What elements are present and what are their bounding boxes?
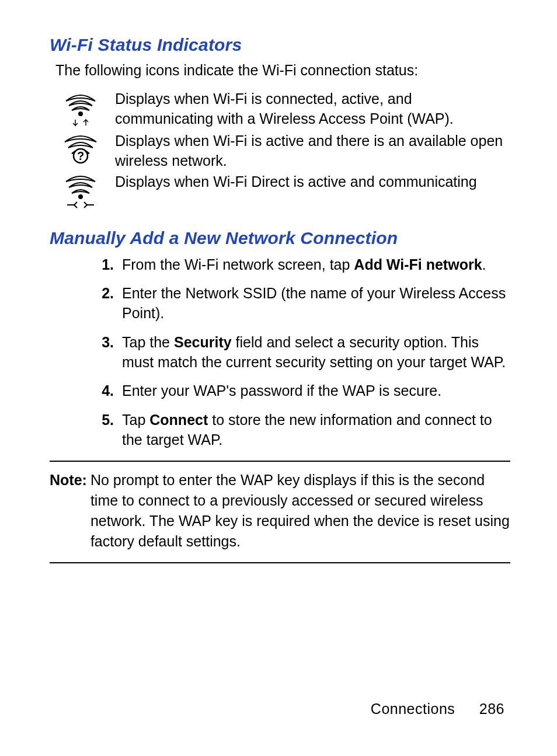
- step-item: 2. Enter the Network SSID (the name of y…: [96, 284, 510, 323]
- note-text: No prompt to enter the WAP key displays …: [90, 470, 510, 552]
- step-item: 5. Tap Connect to store the new informat…: [96, 410, 510, 450]
- step-text: Enter your WAP's password if the WAP is …: [122, 381, 510, 401]
- wifi-open-icon: ?: [54, 131, 107, 169]
- intro-text: The following icons indicate the Wi-Fi c…: [55, 62, 510, 79]
- page-footer: Connections 286: [371, 701, 504, 717]
- step-number: 5.: [96, 410, 114, 430]
- indicator-desc: Displays when Wi-Fi is active and there …: [107, 131, 510, 171]
- indicator-desc: Displays when Wi-Fi Direct is active and…: [107, 172, 477, 192]
- step-text: Tap the Security field and select a secu…: [122, 333, 510, 372]
- indicator-row: ? Displays when Wi-Fi is active and ther…: [54, 131, 510, 171]
- step-item: 4. Enter your WAP's password if the WAP …: [96, 381, 510, 401]
- step-number: 2.: [96, 284, 114, 304]
- footer-page-number: 286: [479, 701, 504, 717]
- step-list: 1. From the Wi-Fi network screen, tap Ad…: [50, 255, 510, 450]
- indicator-row: Displays when Wi-Fi Direct is active and…: [54, 172, 510, 210]
- wifi-active-icon: [54, 89, 107, 130]
- note-block: Note: No prompt to enter the WAP key dis…: [50, 461, 510, 563]
- step-text: From the Wi-Fi network screen, tap Add W…: [122, 255, 510, 275]
- note-label: Note:: [50, 470, 87, 552]
- indicator-row: Displays when Wi-Fi is connected, active…: [54, 89, 510, 130]
- heading-wifi-status: Wi-Fi Status Indicators: [50, 35, 510, 55]
- step-number: 1.: [96, 255, 114, 275]
- step-item: 3. Tap the Security field and select a s…: [96, 333, 510, 372]
- step-text: Tap Connect to store the new information…: [122, 410, 510, 450]
- heading-manual-add: Manually Add a New Network Connection: [50, 228, 510, 248]
- svg-point-3: [79, 195, 82, 198]
- svg-text:?: ?: [77, 149, 84, 162]
- step-number: 4.: [96, 381, 114, 401]
- indicator-desc: Displays when Wi-Fi is connected, active…: [107, 89, 510, 129]
- step-text: Enter the Network SSID (the name of your…: [122, 284, 510, 323]
- step-number: 3.: [96, 333, 114, 353]
- document-page: Wi-Fi Status Indicators The following ic…: [0, 0, 557, 756]
- step-item: 1. From the Wi-Fi network screen, tap Ad…: [96, 255, 510, 275]
- wifi-direct-icon: [54, 172, 107, 210]
- footer-section: Connections: [371, 701, 455, 717]
- svg-point-0: [79, 112, 82, 116]
